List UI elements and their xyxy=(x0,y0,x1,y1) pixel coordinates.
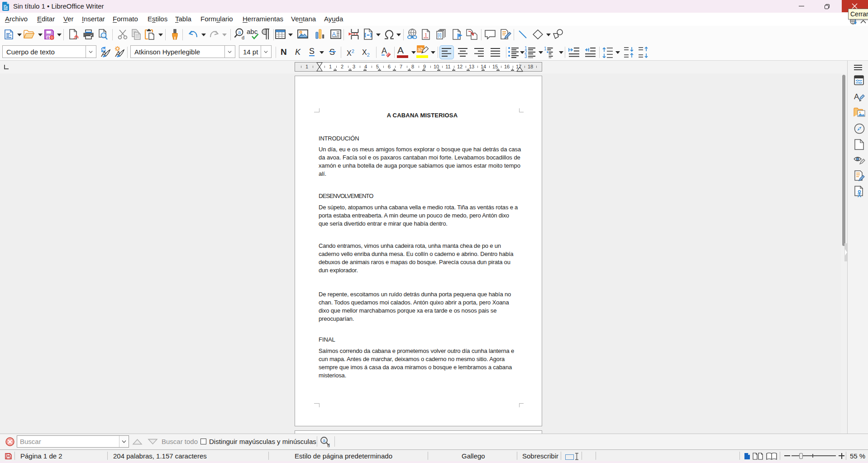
svg-text:abc: abc xyxy=(247,28,258,35)
svg-text:A: A xyxy=(332,31,336,38)
svg-text:1: 1 xyxy=(424,32,427,38)
svg-text:a: a xyxy=(323,438,325,443)
svg-text:d: d xyxy=(327,443,330,448)
svg-text:d: d xyxy=(242,35,244,40)
svg-text:A: A xyxy=(854,92,859,101)
svg-text:A: A xyxy=(382,46,387,55)
svg-text:a: a xyxy=(238,29,241,35)
svg-text:3: 3 xyxy=(525,54,527,58)
svg-text:1: 1 xyxy=(544,46,547,51)
svg-text:[i]: [i] xyxy=(438,32,442,38)
